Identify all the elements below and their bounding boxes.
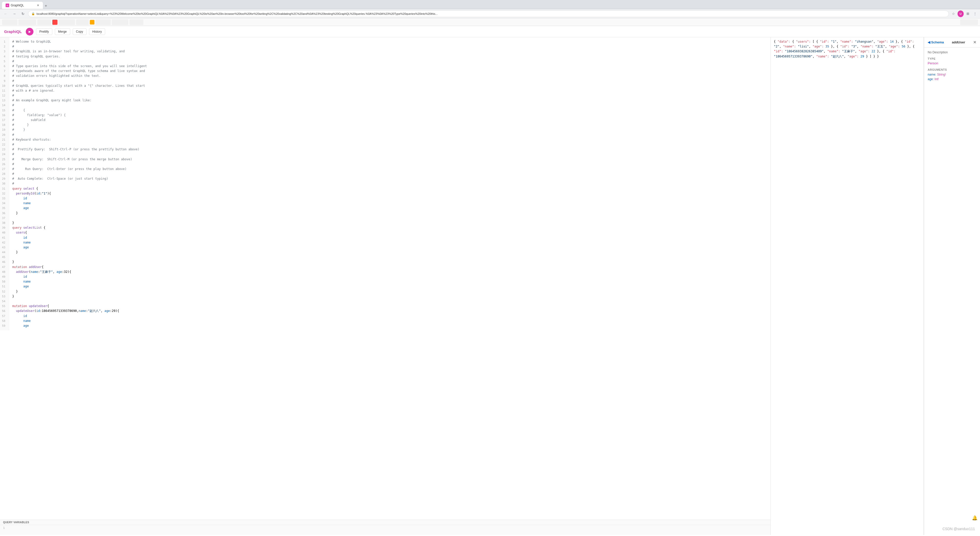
editor-line: query select { [12, 186, 767, 191]
ext-item-8 [95, 19, 111, 25]
new-tab-button[interactable]: + [43, 3, 49, 9]
editor-line: # Prettify Query: Shift-Ctrl-P (or press… [12, 147, 767, 152]
extensions-button[interactable]: ⊞ [965, 11, 971, 17]
ext-item-11 [960, 19, 978, 25]
editor-line [12, 216, 767, 221]
browser-chrome: G GraphiQL ✕ + [0, 0, 980, 9]
query-vars-line-num: 1 [3, 526, 5, 530]
editor-line: users{ [12, 230, 767, 235]
watermark: CSDN @sanduo111 [942, 527, 975, 531]
editor-line: mutation updateUser{ [12, 304, 767, 309]
app-header: GraphiQL ▶ Prettify Merge Copy History [0, 26, 980, 37]
forward-button[interactable]: → [11, 10, 18, 17]
editor-line: # [12, 44, 767, 49]
schema-back-button[interactable]: ◀ Schema [928, 40, 944, 44]
query-vars-label: QUERY VARIABLES [3, 521, 29, 524]
editor-line: } [12, 259, 767, 264]
reload-button[interactable]: ↻ [19, 10, 27, 17]
editor-line: # [12, 142, 767, 147]
response-pane: { "data": { "users": [ { "id": "1", "nam… [771, 37, 924, 535]
schema-arg-age: age: Int! [928, 77, 977, 81]
bookmark-button[interactable]: ☆ [950, 11, 956, 17]
address-bar[interactable]: 🔒 localhost:8080/graphiql?operationName=… [28, 11, 949, 17]
schema-arguments-label: ARGUMENTS [928, 68, 977, 71]
query-variables-header[interactable]: QUERY VARIABLES [0, 520, 770, 525]
tab-favicon: G [6, 3, 9, 7]
editor-line: personById(id:"1"){ [12, 191, 767, 196]
editor-line: # [12, 59, 767, 64]
schema-body: No Description TYPE Person ARGUMENTS nam… [924, 48, 980, 85]
editor-line: # subField [12, 118, 767, 122]
app-logo: GraphiQL [4, 29, 22, 34]
prettify-button[interactable]: Prettify [36, 28, 52, 35]
ext-item-9 [112, 19, 128, 25]
ext-item-4 [52, 20, 57, 25]
editor-line: # } [12, 127, 767, 132]
schema-header: ◀ Schema addUser ✕ [924, 37, 980, 48]
editor-line: # [12, 172, 767, 177]
editor-line: addUser(name:"王麻子", age:32){ [12, 270, 767, 274]
editor-line: age [12, 323, 767, 328]
merge-button[interactable]: Merge [55, 28, 70, 35]
code-area[interactable]: # Welcome to GraphiQL## GraphiQL is an i… [9, 37, 770, 330]
tab-close-btn[interactable]: ✕ [37, 3, 39, 7]
nav-bar: ← → ↻ 🔒 localhost:8080/graphiql?operatio… [0, 9, 980, 18]
query-variables-panel: QUERY VARIABLES 1 [0, 520, 770, 535]
editor-line: # } [12, 122, 767, 127]
user-avatar: U [958, 11, 964, 17]
editor-content: 1234567891011121314151617181920212223242… [0, 37, 770, 330]
editor-line: # field(arg: "value") { [12, 113, 767, 118]
schema-close-button[interactable]: ✕ [973, 40, 977, 45]
profile-button[interactable]: U [958, 11, 964, 17]
editor-line: } [12, 211, 767, 216]
ext-item-3 [37, 19, 51, 25]
editor-pane: 1234567891011121314151617181920212223242… [0, 37, 771, 535]
query-variables-body[interactable]: 1 [0, 525, 770, 531]
active-tab[interactable]: G GraphiQL ✕ [2, 2, 43, 9]
editor-line: # validation errors highlighted within t… [12, 73, 767, 78]
editor-line: # Auto Complete: Ctrl-Space (or just sta… [12, 177, 767, 181]
url-text: localhost:8080/graphiql?operationName=se… [37, 12, 945, 15]
editor-line: # testing GraphQL queries. [12, 54, 767, 59]
editor-line: name [12, 279, 767, 284]
editor-line: age [12, 245, 767, 250]
editor-line: # [12, 152, 767, 157]
editor-line: name [12, 201, 767, 206]
back-button[interactable]: ← [2, 10, 9, 17]
line-numbers: 1234567891011121314151617181920212223242… [0, 37, 9, 330]
editor-line: id [12, 274, 767, 279]
play-button[interactable]: ▶ [26, 28, 33, 35]
ext-item-6 [76, 19, 89, 25]
history-button[interactable]: History [89, 28, 105, 35]
schema-adduser-title: addUser [952, 40, 965, 44]
ext-item-2 [18, 19, 36, 25]
editor-line: id [12, 314, 767, 318]
editor-line: age [12, 284, 767, 289]
editor-line: # Welcome to GraphiQL [12, 39, 767, 44]
schema-type-value[interactable]: Person [928, 61, 977, 65]
editor-line: mutation addUser{ [12, 265, 767, 270]
ext-item-1 [2, 19, 18, 25]
editor-line [12, 299, 767, 304]
editor-line: name [12, 240, 767, 245]
extension-bar [0, 18, 980, 26]
editor-line: id [12, 196, 767, 201]
tab-bar: G GraphiQL ✕ + [2, 0, 49, 9]
editor-line: # [12, 103, 767, 108]
editor-line: # Keyboard shortcuts: [12, 137, 767, 142]
editor-line: updateUser(id:1864569571339378690,name:"… [12, 309, 767, 313]
ext-item-7 [90, 20, 94, 24]
copy-button[interactable]: Copy [73, 28, 86, 35]
editor-line: } [12, 250, 767, 255]
menu-button[interactable]: ⋮ [972, 11, 978, 17]
editor-line: # { [12, 108, 767, 113]
editor-area[interactable]: 1234567891011121314151617181920212223242… [0, 37, 770, 520]
editor-line: query selectList { [12, 225, 767, 230]
editor-line: # Run Query: Ctrl-Enter (or press the pl… [12, 167, 767, 172]
schema-pane: ◀ Schema addUser ✕ No Description TYPE P… [924, 37, 980, 535]
schema-type-label: TYPE [928, 57, 977, 60]
editor-line: # GraphQL queries typically start with a… [12, 83, 767, 88]
editor-line [12, 255, 767, 259]
editor-line: # typeheads aware of the current GraphQL… [12, 68, 767, 73]
editor-line: } [12, 289, 767, 294]
